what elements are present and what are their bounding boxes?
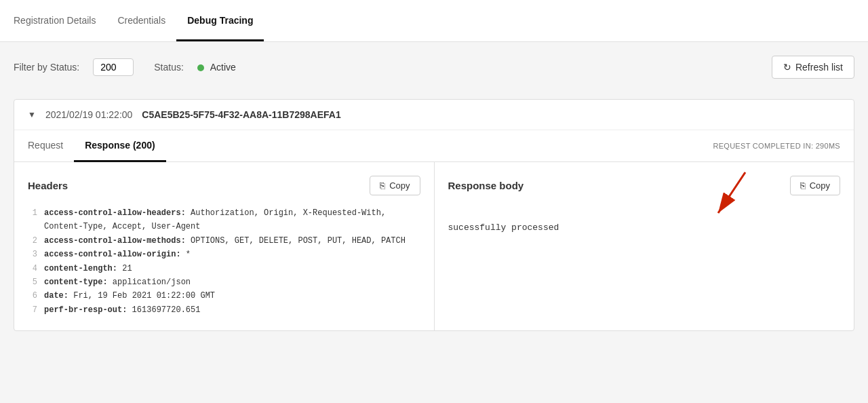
line-number: 2	[28, 234, 37, 248]
headers-panel: Headers ⎘ Copy 1 access-control-allow-he…	[14, 162, 435, 330]
status-dot	[197, 64, 204, 71]
headers-code-block: 1 access-control-allow-headers: Authoriz…	[28, 206, 420, 317]
request-completion-label: REQUEST COMPLETED IN: 290MS	[713, 142, 840, 150]
line-number: 1	[28, 206, 37, 234]
response-body-panel: Response body ⎘ Copy sucessfully p	[435, 162, 854, 330]
card-date: 2021/02/19 01:22:00	[45, 109, 132, 120]
header-line-4: 4 content-length: 21	[28, 262, 420, 275]
header-line-7: 7 perf-br-resp-out: 1613697720.651	[28, 303, 420, 317]
tab-response[interactable]: Response (200)	[74, 130, 165, 162]
header-content: access-control-allow-methods: OPTIONS, G…	[44, 234, 420, 248]
refresh-label: Refresh list	[795, 62, 843, 73]
line-number: 4	[28, 262, 37, 275]
line-number: 5	[28, 275, 37, 289]
trace-card: ▼ 2021/02/19 01:22:00 C5AE5B25-5F75-4F32…	[14, 99, 854, 331]
status-label: Status:	[154, 62, 184, 73]
card-body: Headers ⎘ Copy 1 access-control-allow-he…	[14, 162, 854, 330]
tab-debug-tracing[interactable]: Debug Tracing	[176, 1, 264, 41]
header-line-5: 5 content-type: application/json	[28, 275, 420, 289]
header-content: perf-br-resp-out: 1613697720.651	[44, 303, 420, 317]
top-navigation: Registration Details Credentials Debug T…	[0, 0, 868, 42]
line-number: 7	[28, 303, 37, 317]
header-content: access-control-allow-origin: *	[44, 248, 420, 261]
header-line-1: 1 access-control-allow-headers: Authoriz…	[28, 206, 420, 234]
headers-panel-header: Headers ⎘ Copy	[28, 176, 420, 195]
card-tabs: Request Response (200) REQUEST COMPLETED…	[14, 130, 854, 162]
refresh-icon: ↻	[783, 62, 791, 73]
card-header: ▼ 2021/02/19 01:22:00 C5AE5B25-5F75-4F32…	[14, 100, 854, 130]
status-indicator: Active	[197, 61, 236, 73]
header-line-6: 6 date: Fri, 19 Feb 2021 01:22:00 GMT	[28, 289, 420, 303]
chevron-down-icon[interactable]: ▼	[28, 110, 36, 119]
header-content: content-type: application/json	[44, 275, 420, 289]
filter-status-input[interactable]	[93, 58, 134, 76]
header-content: content-length: 21	[44, 262, 420, 275]
headers-copy-label: Copy	[389, 180, 410, 191]
header-line-2: 2 access-control-allow-methods: OPTIONS,…	[28, 234, 420, 248]
refresh-list-button[interactable]: ↻ Refresh list	[772, 56, 854, 79]
copy-icon: ⎘	[380, 180, 385, 191]
response-body-title: Response body	[448, 180, 524, 191]
header-line-3: 3 access-control-allow-origin: *	[28, 248, 420, 261]
tab-credentials[interactable]: Credentials	[106, 1, 176, 41]
response-copy-label: Copy	[810, 180, 830, 191]
line-number: 3	[28, 248, 37, 261]
response-copy-button[interactable]: ⎘ Copy	[790, 176, 840, 195]
toolbar: Filter by Status: Status: Active ↻ Refre…	[0, 42, 868, 92]
tab-registration-details[interactable]: Registration Details	[14, 1, 106, 41]
header-content: date: Fri, 19 Feb 2021 01:22:00 GMT	[44, 289, 420, 303]
status-text: Active	[210, 62, 236, 73]
card-id: C5AE5B25-5F75-4F32-AA8A-11B7298AEFA1	[142, 109, 340, 120]
line-number: 6	[28, 289, 37, 303]
main-content: ▼ 2021/02/19 01:22:00 C5AE5B25-5F75-4F32…	[0, 92, 868, 345]
response-body-panel-header: Response body ⎘ Copy	[448, 176, 841, 195]
tab-request[interactable]: Request	[28, 130, 74, 162]
filter-by-status-label: Filter by Status:	[14, 62, 79, 73]
copy-icon: ⎘	[800, 180, 806, 191]
headers-title: Headers	[28, 180, 68, 191]
headers-copy-button[interactable]: ⎘ Copy	[370, 176, 420, 195]
response-body-text: sucessfully processed	[448, 223, 841, 233]
header-content: access-control-allow-headers: Authorizat…	[44, 206, 420, 234]
